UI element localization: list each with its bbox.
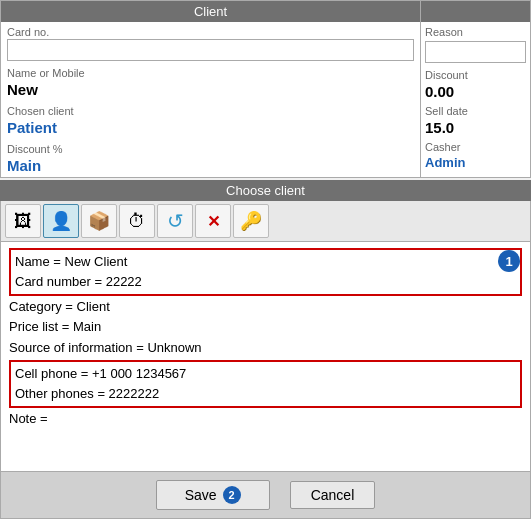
card-line: Card number = 22222 bbox=[15, 272, 516, 292]
image-button[interactable]: 🖼 bbox=[5, 204, 41, 238]
toolbar: 🖼 👤 📦 ⏱ ↺ ✕ 🔑 bbox=[0, 201, 531, 242]
other-phones-line: Other phones = 2222222 bbox=[15, 384, 516, 404]
cell-phone-line: Cell phone = +1 000 1234567 bbox=[15, 364, 516, 384]
name-group: Name or Mobile New bbox=[1, 63, 420, 101]
info-badge: 1 bbox=[498, 250, 520, 272]
chosen-client-value: Patient bbox=[7, 118, 414, 137]
discount-group: Discount % Main bbox=[1, 139, 420, 177]
name-line: Name = New Client bbox=[15, 252, 516, 272]
chosen-client-label: Chosen client bbox=[7, 105, 414, 117]
refresh-button[interactable]: ↺ bbox=[157, 204, 193, 238]
save-badge: 2 bbox=[223, 486, 241, 504]
close-button[interactable]: ✕ bbox=[195, 204, 231, 238]
discount-value: Main bbox=[7, 156, 414, 175]
client-panel: Client Card no. Name or Mobile New Chose… bbox=[0, 0, 531, 178]
card-no-input[interactable] bbox=[7, 39, 414, 61]
card-no-label: Card no. bbox=[7, 26, 414, 38]
sell-date-label: Sell date bbox=[421, 101, 530, 118]
cancel-label: Cancel bbox=[311, 487, 355, 503]
name-label: Name or Mobile bbox=[7, 67, 414, 79]
chosen-client-group: Chosen client Patient bbox=[1, 101, 420, 139]
box-icon: 📦 bbox=[88, 210, 110, 232]
clock-icon: ⏱ bbox=[128, 211, 146, 232]
client-info-area: 1 Name = New Client Card number = 22222 … bbox=[0, 242, 531, 472]
right-discount-label: Discount bbox=[421, 65, 530, 82]
price-list-line: Price list = Main bbox=[9, 317, 522, 337]
discount-label: Discount % bbox=[7, 143, 414, 155]
bottom-bar: Save 2 Cancel bbox=[0, 472, 531, 519]
main-container: Client Card no. Name or Mobile New Chose… bbox=[0, 0, 531, 519]
choose-client-header: Choose client bbox=[0, 180, 531, 201]
key-icon: 🔑 bbox=[240, 210, 262, 232]
person-icon: 👤 bbox=[50, 210, 72, 232]
phone-box: Cell phone = +1 000 1234567 Other phones… bbox=[9, 360, 522, 408]
key-button[interactable]: 🔑 bbox=[233, 204, 269, 238]
person-button[interactable]: 👤 bbox=[43, 204, 79, 238]
box-button[interactable]: 📦 bbox=[81, 204, 117, 238]
cancel-button[interactable]: Cancel bbox=[290, 481, 376, 509]
casher-value: Admin bbox=[421, 154, 530, 171]
name-card-box: Name = New Client Card number = 22222 bbox=[9, 248, 522, 296]
client-header: Client bbox=[1, 1, 420, 22]
note-line: Note = bbox=[9, 409, 522, 429]
close-icon: ✕ bbox=[207, 212, 220, 231]
sell-date-value: 15.0 bbox=[421, 118, 530, 137]
client-right: Reason Discount 0.00 Sell date 15.0 Cash… bbox=[420, 1, 530, 177]
right-discount-value: 0.00 bbox=[421, 82, 530, 101]
refresh-icon: ↺ bbox=[167, 209, 184, 233]
category-line: Category = Client bbox=[9, 297, 522, 317]
reason-label: Reason bbox=[421, 22, 530, 39]
source-line: Source of information = Unknown bbox=[9, 338, 522, 358]
name-value: New bbox=[7, 80, 414, 99]
card-no-group: Card no. bbox=[1, 22, 420, 63]
client-left: Client Card no. Name or Mobile New Chose… bbox=[1, 1, 420, 177]
image-icon: 🖼 bbox=[14, 211, 32, 232]
right-header bbox=[421, 1, 530, 22]
save-label: Save bbox=[185, 487, 217, 503]
clock-button[interactable]: ⏱ bbox=[119, 204, 155, 238]
casher-label: Casher bbox=[421, 137, 530, 154]
save-button[interactable]: Save 2 bbox=[156, 480, 270, 510]
